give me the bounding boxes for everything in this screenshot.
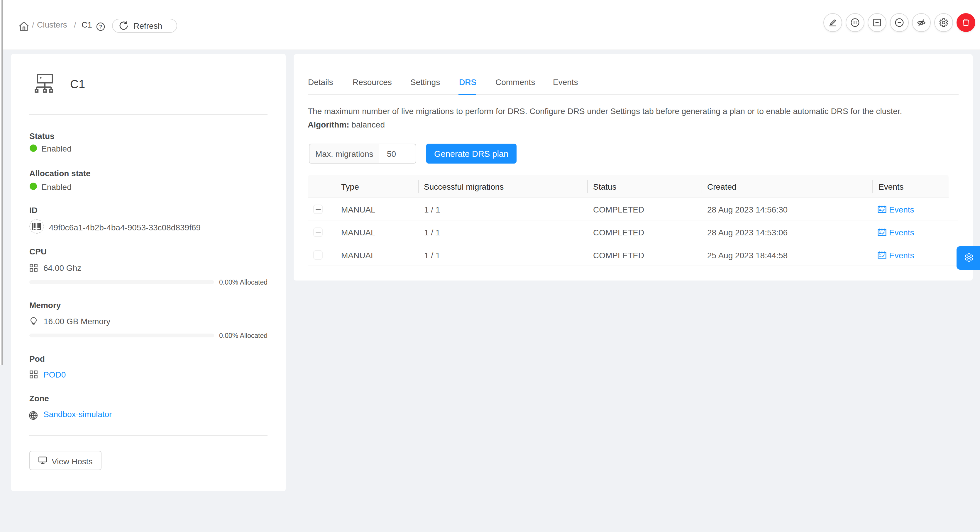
svg-text:?: ? [99, 24, 102, 29]
